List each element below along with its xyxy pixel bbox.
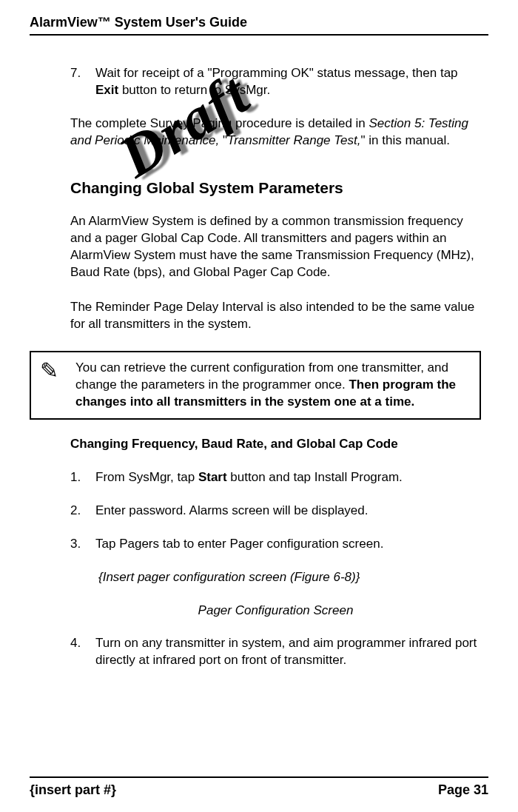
footer-row: {insert part #} Page 31 (30, 781, 488, 799)
figure-placeholder: {Insert pager configuration screen (Figu… (98, 569, 481, 586)
section-heading-global: Changing Global System Parameters (70, 178, 481, 198)
list-number: 7. (70, 65, 95, 99)
list-text: Turn on any transmitter in system, and a… (95, 635, 481, 669)
list-number: 1. (70, 469, 95, 486)
pencil-icon: ✎ (40, 360, 75, 411)
list-number: 2. (70, 503, 95, 520)
list-item-4: 4. Turn on any transmitter in system, an… (70, 635, 481, 669)
footer-rule (30, 776, 488, 778)
list-text: Tap Pagers tab to enter Pager configurat… (95, 536, 481, 553)
global-paragraph-1: An AlarmView System is defined by a comm… (70, 213, 481, 281)
note-text: You can retrieve the current configurati… (75, 360, 471, 411)
list-item-2: 2. Enter password. Alarms screen will be… (70, 503, 481, 520)
list-item-1: 1. From SysMgr, tap Start button and tap… (70, 469, 481, 486)
test-reference: Transmitter Range Test, (227, 133, 360, 147)
footer-left: {insert part #} (30, 781, 116, 799)
list-text: From SysMgr, tap Start button and tap In… (95, 469, 481, 486)
list-number: 4. (70, 635, 95, 669)
footer-right: Page 31 (438, 781, 488, 799)
text: " (219, 133, 227, 147)
start-label: Start (198, 470, 227, 484)
content: 7. Wait for receipt of a "Programming OK… (30, 36, 488, 669)
page: Draft Draft AlarmView™ System User's Gui… (0, 0, 518, 812)
text: Wait for receipt of a "Programming OK" s… (95, 66, 458, 80)
footer: {insert part #} Page 31 (30, 776, 488, 799)
subheading-change: Changing Frequency, Baud Rate, and Globa… (70, 436, 481, 453)
note-box: ✎ You can retrieve the current configura… (30, 351, 481, 420)
text: button and tap Install Program. (227, 470, 403, 484)
list-item-3: 3. Tap Pagers tab to enter Pager configu… (70, 536, 481, 553)
global-paragraph-2: The Reminder Page Delay Interval is also… (70, 299, 481, 333)
text: From SysMgr, tap (95, 470, 198, 484)
list-item-7: 7. Wait for receipt of a "Programming OK… (70, 65, 481, 99)
figure-caption: Pager Configuration Screen (70, 603, 481, 620)
list-number: 3. (70, 536, 95, 553)
list-text: Enter password. Alarms screen will be di… (95, 503, 481, 520)
survey-paragraph: The complete Survey Paging procedure is … (70, 115, 481, 150)
text: button to return to SysMgr. (118, 83, 270, 97)
text: The complete Survey Paging procedure is … (70, 116, 369, 130)
text: " in this manual. (361, 133, 450, 147)
header-title: AlarmView™ System User's Guide (30, 13, 488, 31)
header: AlarmView™ System User's Guide (30, 13, 488, 36)
exit-label: Exit (95, 83, 118, 97)
list-text: Wait for receipt of a "Programming OK" s… (95, 65, 481, 99)
